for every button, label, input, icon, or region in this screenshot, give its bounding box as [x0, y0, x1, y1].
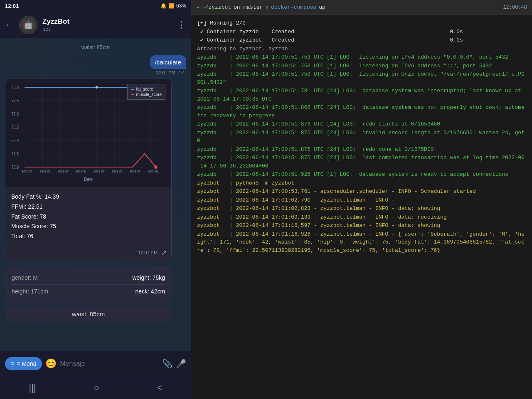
muscle-score-label: muscle_score	[136, 92, 162, 97]
recent-apps-button[interactable]: |||	[29, 382, 36, 393]
terminal-panel: ➜ ~/zyzzbot on master ✗ docker-compose u…	[191, 0, 532, 399]
context-label: waist: 85cm	[5, 44, 186, 50]
working-directory: ~/zyzzbot	[202, 4, 231, 10]
height-label: height: 171cm	[12, 288, 48, 295]
body-fat-stat: Body Fat %: 14.39	[11, 192, 165, 202]
fat-score-stat: Fat Score: 78	[11, 212, 165, 222]
chat-header: ← 🤖 ZyzzBot bot ⋮	[0, 12, 191, 38]
menu-label: ≡ Menú	[17, 360, 36, 367]
terminal-line: zyzzdb | 2022-06-14 17:00:51.926 UTC [1]…	[197, 170, 526, 179]
back-nav-button[interactable]: <	[157, 382, 163, 393]
svg-text:78.0: 78.0	[12, 85, 19, 90]
terminal-line: zyzzdb | 2022-06-14 17:00:51.875 UTC [24…	[197, 154, 526, 170]
info-row-height-neck: height: 171cm neck: 42cm	[12, 285, 165, 298]
status-time: 12:01	[5, 3, 19, 9]
svg-text:2020-07: 2020-07	[22, 170, 32, 173]
terminal-line: zyzzbot | python3 -m zyzzbot	[197, 179, 526, 187]
svg-point-24	[154, 165, 157, 169]
result-time: 12:01 PM	[138, 250, 158, 255]
bot-type: bot	[42, 26, 172, 32]
mic-button[interactable]: 🎤	[176, 359, 186, 369]
svg-text:2023-01: 2023-01	[112, 170, 123, 173]
waist-label-bottom: waist: 85cm	[5, 306, 172, 322]
weight-value: weight: 75kg	[133, 274, 165, 281]
chart-x-label: Date	[10, 177, 167, 182]
terminal-line: zyzzbot | 2022-06-14 17:01:09,139 - zyzz…	[197, 213, 526, 222]
terminal-command: docker-compose	[271, 4, 316, 10]
svg-text:2021-07: 2021-07	[58, 170, 69, 173]
terminal-line: zyzzbot | 2022-06-14 17:01:02,823 - zyzz…	[197, 204, 526, 213]
terminal-line: zyzzbot | 2022-06-14 17:01:16,926 - zyzz…	[197, 230, 526, 255]
ffmi-stat: FFMI: 22.51	[11, 202, 165, 212]
stats-text: Body Fat %: 14.39 FFMI: 22.51 Fat Score:…	[11, 192, 165, 241]
svg-point-23	[96, 86, 98, 89]
git-branch-label: on master	[234, 4, 263, 10]
message-input[interactable]	[60, 360, 159, 367]
emoji-button[interactable]: 😊	[45, 358, 57, 369]
bot-name: ZyzzBot	[42, 17, 172, 26]
neck-value: neck: 42cm	[135, 288, 165, 295]
terminal-line: ✔ Container zyzzbot Created 0.0s	[197, 36, 526, 44]
share-button[interactable]: ↗	[161, 248, 167, 257]
terminal-body: [+] Running 2/0 ✔ Container zyzzdb Creat…	[191, 15, 532, 399]
more-options-button[interactable]: ⋮	[177, 20, 186, 30]
notification-icon: 🔔	[160, 3, 167, 9]
chart-area: fat_score muscle_score	[5, 79, 171, 187]
terminal-line: zyzzdb | 2022-06-14 17:00:51.875 UTC [24…	[197, 129, 526, 145]
message-meta: 12:01 PM ✓✓	[150, 70, 186, 75]
terminal-time: 12:00:48	[503, 5, 527, 10]
terminal-line: zyzzbot | 2022-06-14 17:01:02,790 - zyzz…	[197, 196, 526, 204]
home-button[interactable]: ○	[94, 382, 99, 393]
terminal-line: zyzzdb | 2022-06-14 17:00:51.753 UTC [1]…	[197, 62, 526, 70]
terminal-line: Attaching to zyzzbot, zyzzdb	[197, 45, 526, 53]
fat-score-color	[131, 89, 134, 90]
fat-score-label: fat_score	[136, 87, 153, 91]
terminal-line: zyzzdb | 2022-06-14 17:00:51.759 UTC [1]…	[197, 70, 526, 86]
terminal-line: ✔ Container zyzzdb Created 0.0s	[197, 28, 526, 36]
battery-indicator: 63%	[176, 3, 186, 9]
stats-area: Body Fat %: 14.39 FFMI: 22.51 Fat Score:…	[5, 187, 171, 246]
terminal-line: zyzzdb | 2022-06-14 17:00:51.753 UTC [1]…	[197, 53, 526, 62]
muscle-score-color	[131, 94, 134, 95]
chat-input-bar: ≡ ≡ Menú 😊 📎 🎤	[0, 351, 191, 376]
chart-legend: fat_score muscle_score	[127, 84, 165, 100]
info-rows: gender: M weight: 75kg height: 171cm nec…	[5, 266, 172, 303]
attach-button[interactable]: 📎	[162, 359, 172, 369]
status-icons: 🔔 📶 63%	[160, 3, 186, 9]
user-command-text: /calculate	[155, 59, 181, 66]
terminal-line: zyzzbot | 2022-06-14 17:00:53,761 - apsc…	[197, 187, 526, 196]
svg-text:77.0: 77.0	[12, 112, 19, 117]
git-status-icon: ✗	[265, 4, 268, 11]
read-receipts: ✓✓	[177, 70, 185, 75]
chat-panel: 12:01 🔔 📶 63% ← 🤖 ZyzzBot bot ⋮ waist: 8…	[0, 0, 191, 399]
terminal-line: zyzzdb | 2022-06-14 17:00:51.873 UTC [24…	[197, 120, 526, 128]
card-meta: 12:01 PM ↗	[5, 246, 171, 261]
menu-button[interactable]: ≡ ≡ Menú	[5, 357, 42, 370]
legend-muscle-score: muscle_score	[131, 92, 162, 97]
sent-time: 12:01 PM	[156, 70, 175, 75]
legend-fat-score: fat_score	[131, 87, 162, 91]
signal-icon: 📶	[168, 3, 175, 9]
muscle-score-stat: Muscle Score: 75	[11, 222, 165, 232]
terminal-line: [+] Running 2/0	[197, 19, 526, 27]
info-row-gender-weight: gender: M weight: 75kg	[12, 271, 165, 285]
svg-text:76.5: 76.5	[12, 125, 19, 130]
svg-text:2022-01: 2022-01	[76, 170, 86, 173]
terminal-line: zyzzdb | 2022-06-14 17:00:51.781 UTC [24…	[197, 87, 526, 103]
svg-text:2022-07: 2022-07	[94, 170, 104, 173]
total-stat: Total: 76	[11, 232, 165, 241]
avatar-image: 🤖	[20, 16, 37, 34]
status-bar: 12:01 🔔 📶 63%	[0, 0, 191, 12]
result-card: fat_score muscle_score	[5, 79, 172, 261]
user-message: /calculate 12:01 PM ✓✓	[150, 55, 186, 75]
svg-text:77.5: 77.5	[12, 99, 19, 103]
svg-text:76.0: 76.0	[12, 138, 19, 143]
svg-text:2024-01: 2024-01	[148, 170, 158, 173]
back-button[interactable]: ←	[5, 20, 14, 30]
terminal-line: zyzzbot | 2022-06-14 17:01:16,597 - zyzz…	[197, 222, 526, 230]
chat-title-area: ZyzzBot bot	[42, 17, 172, 32]
terminal-line: zyzzdb | 2022-06-14 17:00:51.875 UTC [24…	[197, 145, 526, 154]
svg-text:2021-01: 2021-01	[39, 170, 50, 173]
terminal-title: ➜ ~/zyzzbot on master ✗ docker-compose u…	[196, 4, 325, 11]
terminal-subcommand: up	[319, 4, 325, 10]
